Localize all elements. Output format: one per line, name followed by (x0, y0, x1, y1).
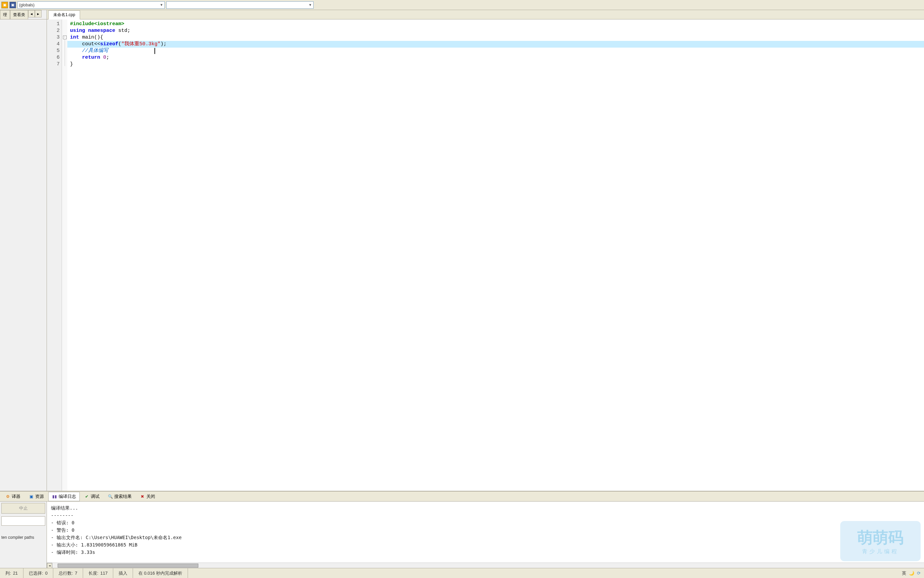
side-tab-class[interactable]: 查看类 (10, 10, 28, 19)
bottom-panel: ⚙ 译器 ▣ 资源 ▮▮ 编译日志 ✔ 调试 🔍 搜索结果 ✖ 关闭 中止 te… (0, 491, 924, 568)
code-text: std; (115, 28, 130, 34)
member-dropdown[interactable]: ▼ (166, 2, 314, 9)
code-text: //具体编写 (82, 48, 108, 54)
code-text: "我体重50.3kg" (121, 41, 160, 47)
close-icon: ✖ (140, 494, 145, 499)
chevron-down-icon: ▼ (309, 3, 312, 7)
resource-icon: ▣ (29, 494, 34, 499)
tab-label: 关闭 (146, 494, 155, 500)
tab-debug[interactable]: ✔ 调试 (81, 492, 103, 501)
sync-icon[interactable]: ⟳ (917, 571, 921, 576)
editor-wrap: 未命名1.cpp 1 2 3 4 5 6 7 − (47, 10, 924, 491)
side-tabs: 理 查看类 ◄ ► (0, 10, 47, 19)
tab-label: 译器 (12, 494, 21, 500)
line-number-gutter: 1 2 3 4 5 6 7 (47, 19, 62, 491)
bottom-content: 中止 ten compiler paths 编译结果... -------- -… (0, 502, 924, 568)
code-text: using (70, 28, 85, 34)
code-text: main(){ (79, 34, 103, 40)
line-number: 2 (47, 28, 60, 34)
code-editor[interactable]: 1 2 3 4 5 6 7 − #include<iostream> us (47, 19, 924, 491)
toolbar-icon-2[interactable]: ▣ (10, 2, 16, 8)
code-text: ; (106, 55, 109, 60)
line-number: 3 (47, 34, 60, 41)
scroll-left-icon[interactable]: ◄ (47, 563, 52, 568)
status-column: 列: 21 (0, 568, 23, 578)
text-caret (154, 48, 155, 54)
tab-label: 调试 (91, 494, 99, 500)
toolbar-icon-1[interactable]: ▣ (2, 2, 8, 8)
chart-icon: ▮▮ (52, 494, 57, 499)
bottom-left-panel: 中止 ten compiler paths (0, 502, 47, 568)
tab-resource[interactable]: ▣ 资源 (25, 492, 48, 501)
line-number: 7 (47, 61, 60, 68)
search-icon: 🔍 (108, 494, 113, 499)
moon-icon[interactable]: 🌙 (909, 571, 914, 576)
nav-prev-button[interactable]: ◄ (28, 10, 35, 18)
empty-field[interactable] (2, 516, 45, 526)
line-number: 6 (47, 54, 60, 61)
current-line-highlight (67, 41, 924, 48)
code-text (70, 55, 82, 60)
output-filename: - 输出文件名: C:\Users\HUAWEI\Desktop\未命名1.ex… (51, 534, 920, 541)
code-text: ); (160, 41, 167, 47)
check-icon: ✔ (84, 494, 89, 499)
output-warnings: - 警告: 0 (51, 526, 920, 534)
scrollbar-thumb[interactable] (58, 563, 198, 568)
output-errors: - 错误: 0 (51, 519, 920, 526)
scope-value: (globals) (19, 3, 34, 7)
side-panel: 理 查看类 ◄ ► (0, 10, 47, 491)
tab-compiler[interactable]: ⚙ 译器 (2, 492, 24, 501)
toolbar-top: ▣ ▣ (globals) ▼ ▼ (0, 0, 924, 10)
tab-close[interactable]: ✖ 关闭 (136, 492, 159, 501)
compiler-paths-label: ten compiler paths (2, 535, 45, 540)
tab-label: 编译日志 (58, 494, 76, 500)
status-insert-mode: 插入 (113, 568, 133, 578)
code-text (70, 48, 82, 54)
fold-column: − (62, 19, 67, 491)
status-selected: 已选择: 0 (23, 568, 53, 578)
tab-label: 搜索结果 (114, 494, 132, 500)
code-text (70, 41, 82, 47)
status-length: 长度: 117 (83, 568, 113, 578)
status-parse-time: 在 0.016 秒内完成解析 (133, 568, 188, 578)
code-text: #include<iostream> (70, 21, 124, 27)
output-tabs: ⚙ 译器 ▣ 资源 ▮▮ 编译日志 ✔ 调试 🔍 搜索结果 ✖ 关闭 (0, 492, 924, 502)
abort-button[interactable]: 中止 (2, 503, 45, 514)
code-text: } (70, 61, 73, 67)
code-text: 0 (100, 55, 106, 60)
main-area: 理 查看类 ◄ ► 未命名1.cpp 1 2 3 4 5 6 7 − (0, 10, 924, 491)
code-text: int (70, 34, 79, 40)
output-sep: -------- (51, 511, 920, 519)
statusbar: 列: 21 已选择: 0 总行数: 7 长度: 117 插入 在 0.016 秒… (0, 568, 924, 578)
code-text: cout<< (82, 41, 100, 47)
code-text: sizeof (100, 41, 118, 47)
output-size: - 输出大小: 1.83190059661865 MiB (51, 541, 920, 549)
ime-indicator[interactable]: 英 (902, 570, 906, 576)
tab-label: 资源 (35, 494, 44, 500)
line-number: 4 (47, 41, 60, 48)
fold-toggle-icon[interactable]: − (63, 36, 67, 39)
line-number: 5 (47, 48, 60, 54)
code-text: ( (118, 41, 121, 47)
compile-output[interactable]: 编译结果... -------- - 错误: 0 - 警告: 0 - 输出文件名… (47, 502, 924, 568)
line-number: 1 (47, 21, 60, 28)
status-right: 英 🌙 ⟳ (902, 570, 924, 576)
code-content[interactable]: #include<iostream> using namespace std; … (67, 19, 924, 491)
status-total-lines: 总行数: 7 (53, 568, 83, 578)
code-text: return (82, 55, 100, 60)
horizontal-scrollbar[interactable]: ◄ (47, 563, 924, 568)
scope-dropdown[interactable]: (globals) ▼ (18, 2, 165, 9)
file-tabs: 未命名1.cpp (47, 10, 924, 19)
tab-compile-log[interactable]: ▮▮ 编译日志 (48, 492, 80, 501)
output-time: - 编译时间: 3.33s (51, 549, 920, 556)
file-tab-active[interactable]: 未命名1.cpp (48, 10, 80, 19)
chevron-down-icon: ▼ (160, 3, 163, 7)
nav-next-button[interactable]: ► (35, 10, 42, 18)
compiler-icon: ⚙ (5, 494, 10, 499)
tab-search-results[interactable]: 🔍 搜索结果 (104, 492, 135, 501)
side-tab-manage[interactable]: 理 (0, 10, 10, 19)
code-text: namespace (88, 28, 115, 34)
output-header: 编译结果... (51, 504, 920, 511)
